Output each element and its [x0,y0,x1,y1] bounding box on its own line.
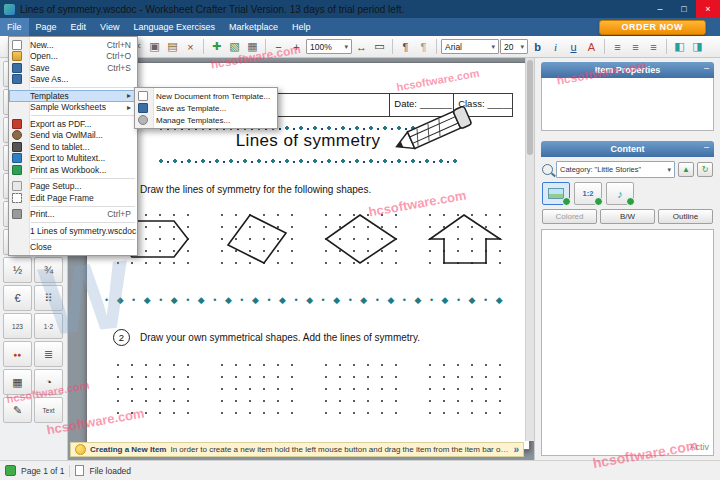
page-nav-icon[interactable] [5,465,16,476]
fraction-tool[interactable]: ½ [3,257,32,283]
pencil-tool[interactable]: ✎ [3,397,32,423]
menu-file[interactable]: File [0,18,29,36]
minimize-button[interactable]: – [648,0,672,18]
file-menu-item-save-as[interactable]: Save As... [9,74,137,86]
menu-edit[interactable]: Edit [64,18,94,36]
paragraph-styles-button[interactable]: ¶ [415,38,432,55]
font-size-dropdown[interactable]: 20 [500,39,528,54]
content-list[interactable]: Activ [541,229,714,456]
text-frame-tool[interactable]: Text [34,397,63,423]
file-menu-item-send-owlmail[interactable]: Send via OwlMail... [9,130,137,142]
hint-next-button[interactable]: » [513,444,519,455]
audio-filter-toggle[interactable]: ♪ [606,182,634,205]
font-color-button[interactable]: A [583,38,600,55]
submenu-item-manage-templates[interactable]: Manage Templates... [135,114,277,126]
menu-item-label: Export as PDF... [30,119,91,129]
sequence-tool[interactable]: 1·2 [34,313,63,339]
fill-color-button[interactable]: ◨ [689,38,706,55]
file-menu-item-print[interactable]: Print... Ctrl+P [9,209,137,221]
align-center-button[interactable]: ≡ [627,38,644,55]
align-right-button[interactable]: ≡ [645,38,662,55]
canvas-scrollbar[interactable] [525,58,534,441]
copy-button[interactable]: ▣ [146,38,163,55]
hundred-grid-tool[interactable]: ▦ [3,369,32,395]
file-menu-item-recent-file[interactable]: 1 Lines of symmetry.wscdoc [9,225,137,237]
file-menu-item-close[interactable]: Close [9,242,137,254]
abacus-tool[interactable]: ≣ [34,341,63,367]
item-properties-title: Item Properties [595,65,661,75]
submenu-item-save-as-template[interactable]: Save as Template... [135,102,277,114]
fraction-circle-tool[interactable]: ¾ [34,257,63,283]
italic-button[interactable]: i [547,38,564,55]
frame-color-button[interactable]: ◧ [671,38,688,55]
right-panel: Item Properties – Content – Category: "L… [534,58,720,460]
beads-tool[interactable]: ●● [3,341,32,367]
bw-button[interactable]: B/W [600,209,655,224]
file-menu-item-edit-page-frame[interactable]: Edit Page Frame [9,192,137,204]
submenu-item-new-from-template[interactable]: New Document from Template... [135,90,277,102]
file-menu-item-save[interactable]: Save Ctrl+S [9,62,137,74]
add-item-button[interactable]: ✚ [208,38,225,55]
audio-count-badge [626,197,635,206]
item-properties-header[interactable]: Item Properties – [541,62,714,78]
numbers-tool[interactable]: 123 [3,313,32,339]
ratio-filter-toggle[interactable]: 1:2 [574,182,602,205]
file-menu-item-templates[interactable]: Templates ▸ [9,90,137,102]
geoboards-row-1 [111,209,505,273]
order-now-button[interactable]: ORDER NOW [599,20,707,35]
category-dropdown[interactable]: Category: "Little Stories" [556,161,675,178]
file-menu-item-export-pdf[interactable]: Export as PDF... [9,118,137,130]
font-family-dropdown[interactable]: Arial [441,39,499,54]
fit-page-button[interactable]: ▭ [371,38,388,55]
geoboard-diamond [319,209,401,273]
zoom-in-button[interactable]: + [288,38,305,55]
collapse-item-properties-button[interactable]: – [704,63,709,73]
file-menu-item-new[interactable]: New... Ctrl+N [9,39,137,51]
dice-tool[interactable]: ⠿ [34,285,63,311]
status-message: File loaded [89,466,131,476]
collection-up-button[interactable]: ▲ [678,162,694,177]
template-save-icon [138,103,148,113]
fit-width-button[interactable]: ↔ [353,38,370,55]
paste-button[interactable]: ▤ [164,38,181,55]
content-header[interactable]: Content – [541,141,714,157]
images-filter-toggle[interactable] [542,182,570,205]
menu-page[interactable]: Page [29,18,64,36]
paragraph-marks-button[interactable]: ¶ [397,38,414,55]
align-left-button[interactable]: ≡ [609,38,626,55]
menu-view[interactable]: View [93,18,126,36]
insert-table-button[interactable]: ▦ [244,38,261,55]
menu-item-label: Save [30,63,49,73]
toolbar-separator [392,39,393,54]
collection-refresh-button[interactable]: ↻ [697,162,713,177]
empty-geoboard-2 [215,359,297,423]
file-menu-item-page-setup[interactable]: Page Setup... [9,181,137,193]
insert-image-button[interactable]: ▧ [226,38,243,55]
maximize-button[interactable]: □ [672,0,696,18]
collapse-content-button[interactable]: – [704,142,709,152]
outline-button[interactable]: Outline [658,209,713,224]
delete-button[interactable]: × [182,38,199,55]
zoom-out-button[interactable]: − [270,38,287,55]
menu-help[interactable]: Help [285,18,318,36]
file-menu-item-open[interactable]: Open... Ctrl+O [9,51,137,63]
printer-icon [12,209,22,219]
bold-button[interactable]: b [529,38,546,55]
money-tool[interactable]: € [3,285,32,311]
zoom-level-dropdown[interactable]: 100% [306,39,352,54]
underline-button[interactable]: u [565,38,582,55]
music-note-icon: ♪ [617,188,623,200]
menu-marketplace[interactable]: Marketplace [222,18,285,36]
clock-tool[interactable]: ◔ [34,369,63,395]
file-menu-item-send-tablet[interactable]: Send to tablet... [9,141,137,153]
menu-language-exercises[interactable]: Language Exercises [126,18,222,36]
file-menu-item-sample-worksheets[interactable]: Sample Worksheets ▸ [9,102,137,114]
scrollbar-thumb[interactable] [527,60,533,155]
task-2: 2 Draw your own symmetrical shapes. Add … [113,329,515,346]
workbook-icon [12,165,22,175]
close-button[interactable]: × [696,0,720,18]
file-menu-item-print-workbook[interactable]: Print as Workbook... [9,164,137,176]
file-menu-item-export-multitext[interactable]: Export to Multitext... [9,153,137,165]
document-status-icon [75,465,84,476]
colored-button[interactable]: Colored [542,209,597,224]
